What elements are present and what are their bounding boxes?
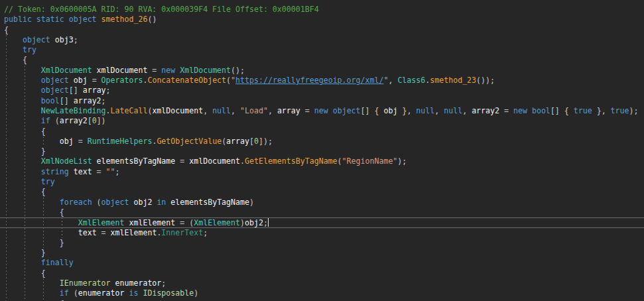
code-line: } — [0, 147, 644, 156]
code-token: } — [4, 147, 46, 156]
code-token: { — [4, 127, 46, 136]
code-line: XmlNodeList elementsByTagName = xmlDocum… — [0, 156, 644, 166]
code-token: NewLateBinding — [41, 106, 106, 115]
code-token — [4, 258, 41, 267]
code-line: object obj3; — [0, 35, 644, 45]
code-line: string text = ""; — [0, 167, 644, 177]
code-line: public static object smethod_26() — [0, 15, 644, 25]
code-token: enumerator — [78, 288, 125, 298]
code-token: ; — [74, 35, 78, 44]
code-line: try — [0, 177, 644, 187]
code-token: obj — [60, 137, 74, 146]
code-token: Operators — [101, 76, 143, 85]
code-line: { — [0, 25, 644, 35]
code-token: new — [161, 66, 175, 75]
code-token: true — [574, 106, 592, 115]
code-token: IDisposable — [143, 288, 194, 298]
code-token: try — [23, 45, 36, 54]
code-token — [527, 106, 532, 115]
code-token: = — [92, 167, 106, 176]
code-token: }, — [592, 106, 611, 115]
code-token: ) — [194, 288, 198, 298]
code-token: XmlDocument — [180, 66, 231, 75]
url-link[interactable]: https://reallyfreegeoip.org/xml/ — [235, 76, 383, 85]
code-token — [4, 167, 41, 176]
code-token — [4, 177, 41, 186]
code-token: ; — [161, 278, 166, 288]
code-token: . — [106, 106, 111, 115]
code-token: = — [300, 106, 314, 115]
code-token: new — [314, 106, 328, 115]
code-line: try — [0, 45, 644, 55]
code-token: ); — [397, 156, 407, 166]
code-token: = — [88, 76, 101, 85]
code-token: xmlDocument — [189, 156, 240, 166]
code-token — [4, 218, 78, 227]
code-token: xmlDocument — [92, 66, 148, 75]
code-area: // Token: 0x0600005A RID: 90 RVA: 0x0000… — [0, 0, 644, 301]
code-line: bool[] array2; — [0, 96, 644, 106]
code-token: { — [4, 187, 46, 196]
code-token — [125, 288, 129, 298]
code-token: ); — [629, 106, 639, 115]
code-token — [4, 35, 23, 44]
code-token: ; — [203, 228, 208, 237]
code-line: text = xmlElement.InnerText; — [0, 228, 644, 238]
code-token: bool — [532, 106, 550, 115]
code-token: ()); — [476, 76, 495, 85]
code-token: = — [147, 66, 161, 75]
code-token: xmlDocument — [152, 106, 203, 115]
code-token — [4, 156, 41, 166]
code-token — [4, 288, 60, 298]
code-token: elementsByTagName — [92, 156, 176, 166]
code-line: } — [0, 248, 644, 258]
code-token: ( — [69, 288, 78, 298]
text-caret — [268, 218, 269, 227]
code-token — [328, 106, 333, 115]
code-token: ; — [115, 167, 120, 176]
code-token: XmlNodeList — [41, 156, 92, 166]
code-token: }, — [397, 106, 416, 115]
code-token: object — [23, 35, 50, 44]
code-token: [] { — [361, 106, 384, 115]
code-token: = ( — [175, 218, 194, 227]
code-token: ConcatenateObject — [147, 76, 226, 85]
code-token: , — [231, 106, 240, 115]
code-line: obj = RuntimeHelpers.GetObjectValue(arra… — [0, 137, 644, 147]
code-token: // Token: 0x0600005A RID: 90 RVA: 0x0000… — [4, 5, 319, 14]
decompiler-code-editor[interactable]: // Token: 0x0600005A RID: 90 RVA: 0x0000… — [0, 0, 644, 301]
code-token: array2 — [74, 96, 101, 105]
code-token: { — [4, 269, 46, 278]
code-token: foreach — [60, 198, 92, 207]
code-token: (); — [231, 66, 245, 75]
code-token: } — [4, 248, 46, 257]
code-token: array — [277, 106, 300, 115]
code-token: object — [333, 106, 361, 115]
code-token: obj — [383, 106, 397, 115]
code-token: "Load" — [240, 106, 268, 115]
code-token: LateCall — [111, 106, 148, 115]
code-token: null — [212, 106, 231, 115]
code-token: enumerator — [111, 278, 162, 288]
code-token: , — [388, 76, 397, 85]
code-token — [4, 137, 60, 146]
code-token: RuntimeHelpers — [88, 137, 153, 146]
code-token: [ — [88, 116, 92, 125]
code-token: , — [268, 106, 277, 115]
code-line: NewLateBinding.LateCall(xmlDocument, nul… — [0, 106, 644, 116]
current-code-line: XmlElement xmlElement = (XmlElement)obj2… — [0, 217, 644, 227]
code-token: obj — [69, 76, 88, 85]
code-token — [4, 106, 41, 115]
code-token: null — [444, 106, 462, 115]
code-token: ) — [240, 218, 245, 227]
code-token: smethod_26 — [101, 15, 148, 24]
code-token: ; — [101, 96, 106, 105]
code-token: if — [60, 288, 69, 298]
code-token — [4, 278, 60, 288]
code-line: finally — [0, 258, 644, 268]
code-token: finally — [41, 258, 74, 267]
code-line: object obj = Operators.ConcatenateObject… — [0, 76, 644, 86]
code-line: if (enumerator is IDisposable) — [0, 288, 644, 298]
code-token: "" — [106, 167, 115, 176]
code-token: public static object — [4, 15, 101, 24]
